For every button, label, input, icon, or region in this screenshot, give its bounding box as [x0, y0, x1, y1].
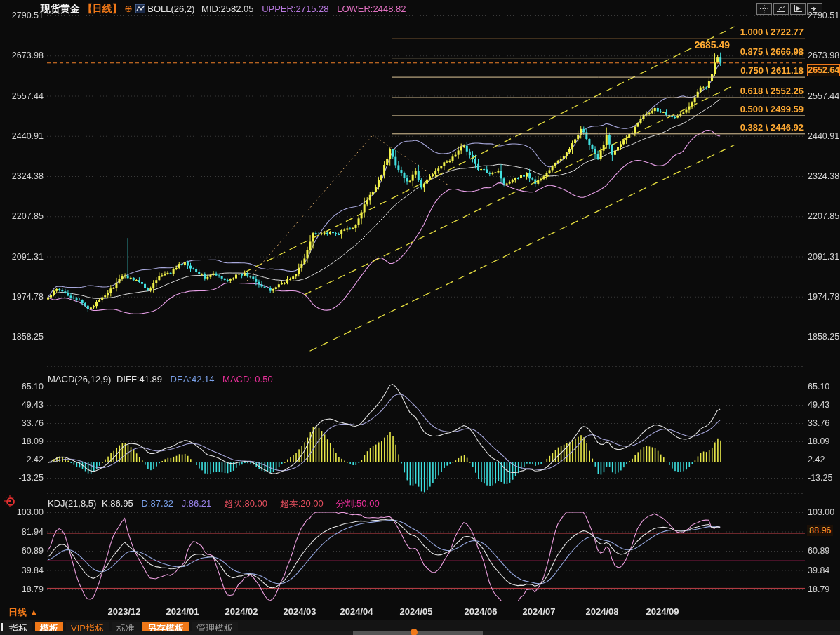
price-axis-tick-left: 2673.98 [0, 51, 44, 60]
macd-dea-value: DEA:42.14 [171, 374, 215, 385]
price-axis-tick-left: 2557.44 [0, 91, 44, 101]
indicator-settings-icon[interactable]: ⊕ [124, 3, 133, 14]
kdj-k-value: K:86.95 [102, 498, 133, 509]
fib-level-label: 0.382 \ 2446.92 [698, 122, 804, 133]
kdj-indicator-label[interactable]: KDJ(21,8,5) [48, 498, 96, 509]
fib-level-label: 0.500 \ 2499.59 [698, 104, 804, 114]
kdj-oversold-value: 超卖:20.00 [280, 498, 324, 509]
kdj-d-value: D:87.32 [141, 498, 173, 509]
macd-axis-tick-right: 18.09 [808, 436, 829, 446]
price-axis-tick-left: 2790.51 [0, 11, 44, 20]
xaxis-period-label[interactable]: 日线 ▲ [8, 606, 39, 619]
xaxis-month-label: 2024/05 [400, 606, 433, 617]
price-axis-tick-right: 2324.38 [808, 171, 839, 181]
last-price-box: 2652.64 [807, 64, 840, 76]
kdj-header: KDJ(21,8,5) K:86.95 D:87.32 J:86.21 超买:8… [48, 497, 380, 510]
xaxis-month-label: 2024/03 [284, 606, 316, 617]
chart-header: 现货黄金 【日线】 ⊕ BOLL(26,2) MID:2582.05 UPPER… [41, 3, 406, 15]
price-axis-tick-left: 1858.25 [0, 332, 44, 342]
fib-level-label: 0.875 \ 2666.98 [698, 46, 804, 57]
fib-level-label: 0.618 \ 2552.26 [698, 86, 804, 96]
macd-axis-tick-left: 18.09 [0, 436, 44, 446]
kdj-axis-tick-left: 39.84 [0, 566, 44, 575]
fib-level-label: 1.000 \ 2722.77 [698, 27, 804, 37]
timeline-scrollbar-handle[interactable] [411, 629, 418, 635]
boll-indicator-label[interactable]: BOLL(26,2) [147, 4, 194, 14]
boll-upper-value: UPPER:2715.28 [262, 4, 328, 14]
timeline-scrollbar-thumb[interactable] [353, 631, 483, 635]
kdj-axis-tick-left: 18.79 [0, 584, 44, 594]
kdj-axis-tick-left: 103.00 [0, 507, 44, 517]
macd-axis-tick-right: 49.43 [808, 400, 829, 410]
price-axis-tick-right: 1858.25 [808, 332, 839, 342]
kdj-split-value: 分割:50.00 [335, 498, 379, 509]
boll-legend-icon [135, 4, 145, 15]
kdj-axis-tick-right: 18.79 [808, 584, 829, 594]
macd-axis-tick-left: 2.42 [0, 455, 44, 464]
price-axis-tick-right: 1974.78 [808, 292, 839, 302]
price-axis-tick-left: 2207.85 [0, 211, 44, 221]
macd-axis-tick-right: 2.42 [808, 455, 825, 464]
price-axis-tick-right: 2091.31 [808, 252, 839, 262]
price-axis-tick-right: 2790.51 [808, 11, 839, 20]
xaxis-month-label: 2023/12 [108, 606, 141, 617]
price-axis-tick-left: 2091.31 [0, 252, 44, 262]
price-axis-tick-right: 2440.91 [808, 131, 839, 141]
price-axis-tick-left: 2440.91 [0, 131, 44, 141]
period-badge[interactable]: 【日线】 [83, 3, 122, 14]
macd-diff-value: DIFF:41.89 [116, 374, 162, 385]
macd-bar-value: MACD:-0.50 [222, 374, 273, 385]
price-axis-tick-left: 1974.78 [0, 292, 44, 302]
xaxis-month-label: 2024/06 [465, 606, 498, 617]
kdj-axis-tick-right: 60.89 [808, 546, 829, 556]
macd-axis-tick-right: 65.10 [808, 382, 829, 392]
macd-header: MACD(26,12,9) DIFF:41.89 DEA:42.14 MACD:… [48, 374, 273, 385]
auto-scale-icon[interactable] [790, 3, 806, 15]
kdj-current-box: 88.96 [807, 525, 833, 536]
kdj-j-value: J:86.21 [182, 498, 212, 509]
kdj-axis-tick-left: 60.89 [0, 546, 44, 556]
kdj-axis-tick-right: 103.00 [808, 507, 834, 517]
macd-axis-tick-left: 33.76 [0, 418, 44, 428]
macd-axis-tick-right: -13.25 [808, 473, 832, 483]
axis-scale-icon[interactable] [773, 3, 789, 15]
kdj-axis-tick-left: 81.94 [0, 527, 44, 537]
fib-level-label: 0.750 \ 2611.18 [698, 65, 804, 76]
macd-indicator-label[interactable]: MACD(26,12,9) [48, 374, 111, 385]
kdj-axis-tick-right: 39.84 [808, 566, 829, 575]
macd-axis-tick-right: 33.76 [808, 418, 829, 428]
xaxis-month-label: 2024/09 [646, 606, 679, 617]
boll-lower-value: LOWER:2448.82 [337, 4, 406, 14]
price-axis-tick-left: 2324.38 [0, 171, 44, 181]
macd-axis-tick-left: 65.10 [0, 382, 44, 392]
xaxis-month-label: 2024/01 [166, 606, 199, 617]
crosshair-icon[interactable] [756, 3, 772, 15]
live-indicator-icon[interactable] [4, 495, 15, 507]
macd-axis-tick-left: -13.25 [0, 473, 44, 483]
xaxis-month-label: 2024/08 [586, 606, 619, 617]
boll-mid-value: MID:2582.05 [201, 4, 253, 14]
xaxis-month-label: 2024/04 [340, 606, 373, 617]
trading-app-window: 现货黄金 【日线】 ⊕ BOLL(26,2) MID:2582.05 UPPER… [0, 0, 840, 635]
symbol-name[interactable]: 现货黄金 [41, 3, 80, 14]
price-axis-tick-right: 2207.85 [808, 211, 839, 221]
kdj-overbought-value: 超买:80.00 [224, 498, 267, 509]
price-axis-tick-right: 2673.98 [808, 51, 839, 60]
price-axis-tick-right: 2557.44 [808, 91, 839, 101]
macd-axis-tick-left: 49.43 [0, 400, 44, 410]
xaxis-month-label: 2024/02 [225, 606, 258, 617]
xaxis-month-label: 2024/07 [523, 606, 556, 617]
